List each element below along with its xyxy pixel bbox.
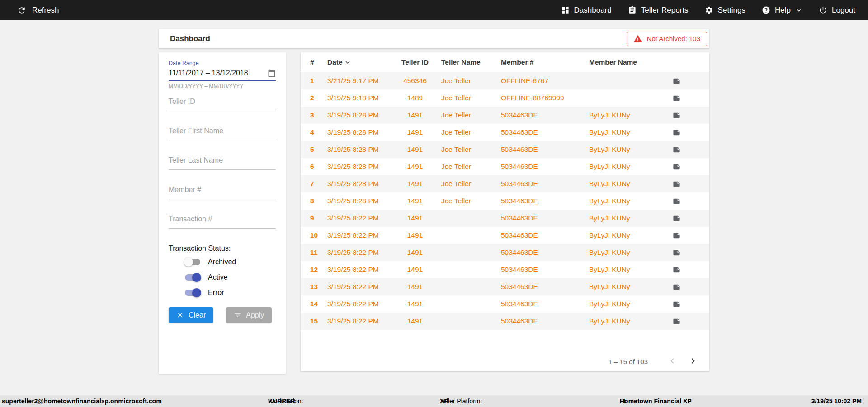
cell-teller-id: 1489: [401, 94, 441, 102]
cell-row-number: 2: [310, 94, 327, 102]
date-range-input[interactable]: 11/11/2017 – 13/12/2018: [169, 69, 276, 81]
refresh-label: Refresh: [32, 6, 59, 15]
note-icon[interactable]: [673, 215, 680, 222]
note-icon[interactable]: [673, 77, 680, 85]
note-icon[interactable]: [673, 146, 680, 154]
apply-button[interactable]: Apply: [226, 307, 272, 323]
cell-member-name: ByLyJI KUNy: [589, 266, 673, 274]
table-row[interactable]: 12 3/19/25 8:22 PM 1491 5034463DE ByLyJI…: [301, 261, 709, 278]
cell-member-name: ByLyJI KUNy: [589, 128, 673, 136]
toggle-row-error[interactable]: Error: [184, 287, 276, 299]
note-icon[interactable]: [673, 129, 680, 136]
column-teller-id: Teller ID: [401, 58, 441, 66]
note-icon[interactable]: [673, 163, 680, 171]
dashboard-icon: [561, 6, 570, 14]
cell-row-number: 3: [310, 111, 327, 119]
teller-first-name-input[interactable]: [169, 126, 276, 140]
nav-logout[interactable]: Logout: [819, 6, 855, 15]
cell-date: 3/19/25 8:22 PM: [327, 266, 401, 274]
table-row[interactable]: 6 3/19/25 8:28 PM 1491 Joe Teller 503446…: [301, 158, 709, 175]
table-row[interactable]: 8 3/19/25 8:28 PM 1491 Joe Teller 503446…: [301, 192, 709, 210]
calendar-icon[interactable]: [268, 69, 276, 77]
status-toggle[interactable]: [184, 288, 201, 297]
column-date[interactable]: Date: [327, 58, 401, 66]
table-row[interactable]: 3 3/19/25 8:28 PM 1491 Joe Teller 503446…: [301, 107, 709, 124]
table-row[interactable]: 9 3/19/25 8:22 PM 1491 5034463DE ByLyJI …: [301, 210, 709, 227]
cell-date: 3/19/25 8:22 PM: [327, 283, 401, 291]
note-icon[interactable]: [673, 249, 680, 257]
nav-help-label: Help: [775, 6, 791, 15]
help-icon: [762, 6, 770, 14]
teller-id-input[interactable]: [169, 97, 276, 111]
filter-icon: [234, 311, 241, 319]
cell-date: 3/19/25 8:28 PM: [327, 128, 401, 136]
note-icon[interactable]: [673, 266, 680, 274]
cell-date: 3/19/25 8:22 PM: [327, 300, 401, 308]
next-page-button[interactable]: [688, 356, 698, 368]
transaction-number-input[interactable]: [169, 215, 276, 229]
toggle-label-active: Active: [208, 273, 228, 281]
clear-button[interactable]: Clear: [169, 307, 213, 323]
gear-icon: [705, 6, 713, 14]
cell-teller-name: Joe Teller: [441, 197, 501, 205]
pagination-range: 1 – 15 of 103: [608, 358, 648, 365]
cell-row-number: 12: [310, 266, 327, 274]
note-icon[interactable]: [673, 112, 680, 119]
table-row[interactable]: 10 3/19/25 8:22 PM 1491 5034463DE ByLyJI…: [301, 227, 709, 244]
cell-teller-name: Joe Teller: [441, 180, 501, 188]
cell-member-name: ByLyJI KUNy: [589, 317, 673, 325]
cell-teller-id: 1491: [401, 128, 441, 136]
note-icon[interactable]: [673, 180, 680, 188]
note-icon[interactable]: [673, 197, 680, 205]
cell-member-number: OFFLINE-88769999: [501, 94, 589, 102]
date-format-hint: MM/DD/YYYY – MM/DD/YYYY: [169, 83, 276, 89]
cell-row-number: 6: [310, 163, 327, 171]
nav-teller-reports[interactable]: Teller Reports: [628, 6, 689, 15]
status-toggle[interactable]: [184, 273, 201, 282]
toggle-row-archived[interactable]: Archived: [184, 256, 276, 268]
member-number-input[interactable]: [169, 185, 276, 199]
nav-settings[interactable]: Settings: [705, 6, 745, 15]
note-icon[interactable]: [673, 94, 680, 102]
previous-page-button[interactable]: [667, 356, 678, 368]
table-row[interactable]: 2 3/19/25 9:18 PM 1489 Joe Teller OFFLIN…: [301, 89, 709, 107]
note-icon[interactable]: [673, 232, 680, 239]
cell-teller-id: 1491: [401, 180, 441, 188]
note-icon[interactable]: [673, 318, 680, 325]
cell-member-number: 5034463DE: [501, 197, 589, 205]
cell-teller-name: Joe Teller: [441, 145, 501, 154]
table-row[interactable]: 7 3/19/25 8:28 PM 1491 Joe Teller 503446…: [301, 175, 709, 192]
cell-date: 3/21/25 9:17 PM: [327, 77, 401, 85]
refresh-button[interactable]: Refresh: [17, 6, 59, 15]
nav-help[interactable]: Help: [762, 6, 802, 15]
cell-member-name: ByLyJI KUNy: [589, 145, 673, 154]
cell-member-number: 5034463DE: [501, 180, 589, 188]
note-icon[interactable]: [673, 283, 680, 291]
table-row[interactable]: 4 3/19/25 8:28 PM 1491 Joe Teller 503446…: [301, 124, 709, 141]
close-icon: [176, 311, 184, 319]
table-row[interactable]: 1 3/21/25 9:17 PM 456346 Joe Teller OFFL…: [301, 72, 709, 89]
nav-settings-label: Settings: [718, 6, 745, 15]
cell-teller-id: 1491: [401, 197, 441, 205]
column-member-number: Member #: [501, 58, 589, 66]
table-row[interactable]: 5 3/19/25 8:28 PM 1491 Joe Teller 503446…: [301, 141, 709, 158]
teller-last-name-input[interactable]: [169, 156, 276, 170]
table-header-row: # Date Teller ID Teller Name Member # Me…: [301, 52, 709, 72]
table-row[interactable]: 14 3/19/25 8:22 PM 1491 5034463DE ByLyJI…: [301, 295, 709, 313]
table-row[interactable]: 13 3/19/25 8:22 PM 1491 5034463DE ByLyJI…: [301, 278, 709, 295]
teller-platform-info: Teller Platform: XP: [440, 395, 448, 407]
nav-dashboard[interactable]: Dashboard: [561, 6, 612, 15]
table-row[interactable]: 15 3/19/25 8:22 PM 1491 5034463DE ByLyJI…: [301, 313, 709, 330]
cell-row-number: 1: [310, 77, 327, 85]
cell-teller-id: 1491: [401, 300, 441, 308]
cell-member-number: 5034463DE: [501, 128, 589, 136]
refresh-icon: [17, 6, 26, 15]
toggle-row-active[interactable]: Active: [184, 271, 276, 283]
current-datetime: 3/19/25 10:02 PM: [811, 395, 862, 407]
column-num: #: [310, 58, 327, 66]
note-icon[interactable]: [673, 300, 680, 308]
column-teller-name: Teller Name: [441, 58, 501, 66]
status-toggle[interactable]: [184, 257, 201, 267]
cell-teller-id: 1491: [401, 248, 441, 257]
table-row[interactable]: 11 3/19/25 8:22 PM 1491 5034463DE ByLyJI…: [301, 244, 709, 261]
